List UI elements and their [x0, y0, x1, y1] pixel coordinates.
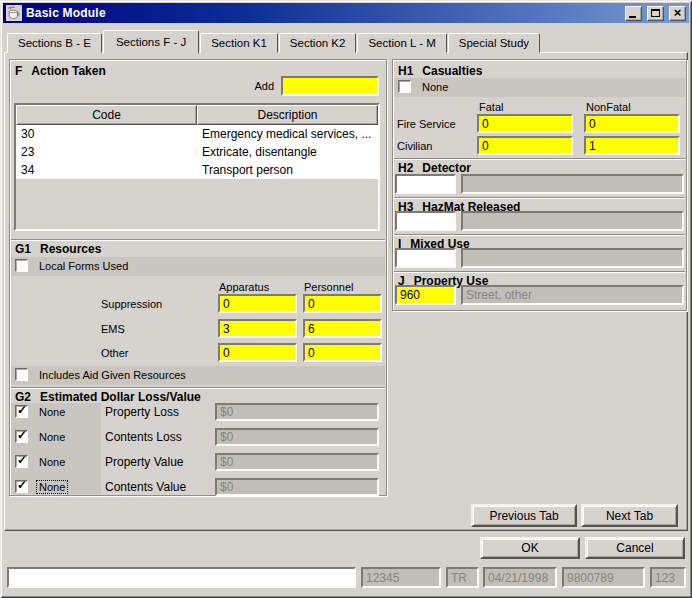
none-label: None: [37, 456, 67, 468]
minimize-icon: [629, 16, 636, 18]
casualties-none-checkbox[interactable]: [398, 80, 411, 93]
tab-section-k2[interactable]: Section K2: [279, 33, 357, 53]
contents-loss-label: Contents Loss: [105, 430, 182, 444]
tab-section-l-m[interactable]: Section L - M: [357, 33, 446, 53]
column-header-description[interactable]: Description: [197, 105, 378, 125]
ok-label: OK: [521, 541, 538, 555]
section-h2-header: H2Detector: [398, 161, 471, 175]
includes-aid-row: Includes Aid Given Resources: [15, 368, 188, 381]
status-field-date: [483, 567, 557, 588]
none-label: None: [37, 406, 67, 418]
section-code: F: [15, 64, 22, 78]
contents-value-none-checkbox[interactable]: [15, 480, 28, 493]
section-title: Action Taken: [31, 64, 105, 78]
section-divider: [394, 271, 685, 273]
tab-section-k1[interactable]: Section K1: [200, 33, 278, 53]
contents-loss-none-row: None: [15, 430, 67, 443]
close-button[interactable]: [669, 6, 686, 21]
hazmat-description-field: [461, 211, 684, 231]
basic-module-window: Basic Module Sections B - E Sections F -…: [0, 0, 692, 598]
contents-value-none-row: None: [15, 480, 67, 493]
fire-service-nonfatal-input[interactable]: [584, 114, 680, 133]
left-panel: FAction Taken Add Code Description 30 Em…: [9, 59, 387, 496]
cell-code: 34: [16, 163, 197, 177]
maximize-button[interactable]: [647, 6, 664, 21]
cell-code: 23: [16, 145, 197, 159]
local-forms-used-checkbox[interactable]: [15, 259, 28, 272]
next-tab-label: Next Tab: [606, 509, 653, 523]
other-apparatus-input[interactable]: [218, 343, 297, 362]
tab-label: Section L - M: [368, 37, 435, 49]
contents-value-input: [215, 478, 379, 496]
includes-aid-checkbox[interactable]: [15, 368, 28, 381]
section-divider: [394, 197, 685, 199]
right-panel: H1Casualties None Fatal NonFatal Fire Se…: [392, 59, 687, 311]
fire-service-label: Fire Service: [397, 118, 456, 130]
none-label: None: [420, 81, 450, 93]
table-row[interactable]: 34 Transport person: [16, 161, 378, 179]
status-field-exposure: [650, 567, 686, 588]
civilian-fatal-input[interactable]: [477, 136, 573, 155]
tab-sections-f-j[interactable]: Sections F - J: [103, 30, 199, 54]
civilian-nonfatal-input[interactable]: [584, 136, 680, 155]
apparatus-column-label: Apparatus: [219, 281, 269, 293]
table-row[interactable]: 23 Extricate, disentangle: [16, 143, 378, 161]
ems-apparatus-input[interactable]: [218, 319, 297, 338]
mixed-use-code-input[interactable]: [395, 248, 456, 268]
local-forms-used-label: Local Forms Used: [37, 260, 130, 272]
previous-tab-button[interactable]: Previous Tab: [471, 504, 577, 527]
civilian-label: Civilian: [397, 140, 432, 152]
cell-description: Transport person: [197, 163, 378, 177]
other-personnel-input[interactable]: [303, 343, 382, 362]
ok-button[interactable]: OK: [480, 537, 580, 559]
close-icon: [674, 7, 682, 19]
hazmat-code-input[interactable]: [395, 211, 456, 231]
cell-description: Extricate, disentangle: [197, 145, 378, 159]
column-header-code[interactable]: Code: [16, 105, 197, 125]
status-entry-input[interactable]: [7, 567, 356, 588]
property-value-none-checkbox[interactable]: [15, 455, 28, 468]
tab-special-study[interactable]: Special Study: [448, 33, 540, 53]
status-field-state: [446, 567, 479, 588]
cancel-label: Cancel: [616, 541, 653, 555]
add-label: Add: [254, 80, 274, 92]
ems-personnel-input[interactable]: [303, 319, 382, 338]
cancel-button[interactable]: Cancel: [585, 537, 685, 559]
nonfatal-column-label: NonFatal: [586, 101, 631, 113]
action-taken-add-input[interactable]: [281, 76, 379, 96]
section-f-header: FAction Taken: [15, 64, 106, 78]
section-code: H2: [398, 161, 413, 175]
section-divider: [11, 239, 385, 241]
section-title: Estimated Dollar Loss/Value: [40, 390, 201, 404]
tab-label: Section K1: [211, 37, 267, 49]
fire-service-fatal-input[interactable]: [477, 114, 573, 133]
property-loss-label: Property Loss: [105, 405, 179, 419]
section-code: H1: [398, 64, 413, 78]
contents-loss-none-checkbox[interactable]: [15, 430, 28, 443]
detector-code-input[interactable]: [395, 174, 456, 194]
section-code: G1: [15, 242, 31, 256]
property-value-none-row: None: [15, 455, 67, 468]
property-loss-none-checkbox[interactable]: [15, 405, 28, 418]
personnel-column-label: Personnel: [304, 281, 354, 293]
window-title: Basic Module: [26, 6, 620, 20]
includes-aid-label: Includes Aid Given Resources: [37, 369, 188, 381]
suppression-apparatus-input[interactable]: [218, 294, 297, 313]
section-divider: [11, 387, 385, 389]
section-h1-header: H1Casualties: [398, 64, 482, 78]
tab-sections-b-e[interactable]: Sections B - E: [7, 33, 102, 53]
suppression-personnel-input[interactable]: [303, 294, 382, 313]
minimize-button[interactable]: [625, 6, 642, 21]
table-row[interactable]: 30 Emergency medical services, ...: [16, 125, 378, 143]
other-label: Other: [101, 347, 129, 359]
tab-label: Section K2: [290, 37, 346, 49]
none-label: None: [37, 431, 67, 443]
tab-label: Special Study: [459, 37, 529, 49]
section-g1-header: G1Resources: [15, 242, 101, 256]
contents-value-label: Contents Value: [105, 480, 186, 494]
property-loss-none-row: None: [15, 405, 67, 418]
tab-bar: Sections B - E Sections F - J Section K1…: [7, 29, 541, 53]
property-use-code-input[interactable]: [395, 285, 456, 305]
section-title: Casualties: [422, 64, 482, 78]
next-tab-button[interactable]: Next Tab: [581, 504, 678, 527]
